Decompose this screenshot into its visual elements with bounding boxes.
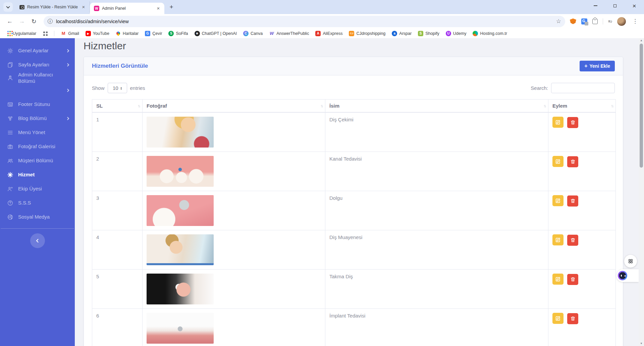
bookmark-sofifa[interactable]: SoFifa <box>168 31 188 36</box>
bookmark-gmail[interactable]: Gmail <box>61 31 79 36</box>
site-info-icon[interactable]: i <box>48 19 53 24</box>
bookmark-udemy[interactable]: Udemy <box>446 31 467 36</box>
translate-icon[interactable] <box>581 18 587 24</box>
sidebar-item-musteri-bolumu[interactable]: Müşteri Bölümü <box>0 154 75 168</box>
chevron-right-icon <box>66 117 69 120</box>
bookmark-aliexpress[interactable]: AliExpress <box>315 31 342 36</box>
sidebar-item-sss[interactable]: S.S.S <box>0 196 75 210</box>
edit-button[interactable] <box>552 117 564 128</box>
sidebar-divider <box>1 228 74 229</box>
delete-button[interactable] <box>567 274 578 285</box>
sidebar-item-footer-sutunu[interactable]: Footer Sütunu <box>0 98 75 112</box>
blog-icon <box>7 116 13 121</box>
tab-resim-yukle[interactable]: Resim Yükle - Resim Yükle - Hız × <box>15 1 90 13</box>
scroll-up-icon[interactable]: ▲ <box>640 38 643 43</box>
new-tab-button[interactable]: + <box>167 3 176 11</box>
page-length-select[interactable]: 10 ▴▾ <box>108 83 127 93</box>
page-scrollbar[interactable]: ▲ ▼ <box>639 38 644 346</box>
bookmark-cevir[interactable]: Çevir <box>145 31 162 36</box>
close-tab-icon[interactable]: × <box>156 6 161 11</box>
admin-sidebar: Genel Ayarlar Sayfa Ayarları Admin Kulla… <box>0 38 75 346</box>
arspar-icon <box>392 31 397 36</box>
search-control: Search: <box>531 83 615 93</box>
delete-button[interactable] <box>567 195 578 207</box>
bookmark-arspar[interactable]: Arspar <box>392 31 412 36</box>
sidebar-item-admin-kullanici[interactable]: Admin Kullanıcı Bölümü <box>0 72 75 98</box>
tab-admin-panel[interactable]: Admin Panel × <box>90 3 164 14</box>
reload-button[interactable]: ↻ <box>29 16 39 26</box>
bookmark-shopify[interactable]: Shopify <box>418 31 439 36</box>
add-new-button[interactable]: +Yeni Ekle <box>580 61 615 71</box>
extensions-puzzle-icon[interactable] <box>592 19 598 24</box>
assistant-robot-icon[interactable] <box>618 271 627 280</box>
cell-photo <box>143 191 325 230</box>
edit-button[interactable] <box>552 274 564 285</box>
tab-list-button[interactable] <box>3 2 13 12</box>
bookmark-cjdropshipping[interactable]: CJdropshipping <box>349 31 385 36</box>
url-text[interactable]: localhost/disci/admin/service/view <box>56 19 553 24</box>
wampserver-favicon <box>94 6 99 11</box>
minimize-button[interactable] <box>586 0 605 11</box>
sidebar-item-fotograf-galerisi[interactable]: Fotoğraf Galerisi <box>0 140 75 154</box>
metamask-icon[interactable] <box>570 18 576 24</box>
search-input[interactable] <box>551 83 615 93</box>
sidebar-item-sosyal-medya[interactable]: Sosyal Medya <box>0 210 75 224</box>
translate-icon <box>145 31 150 36</box>
bookmark-chatgpt[interactable]: ChatGPT | OpenAI <box>195 31 237 36</box>
page-content: Genel Ayarlar Sayfa Ayarları Admin Kulla… <box>0 38 644 346</box>
edit-button[interactable] <box>552 313 564 324</box>
chevron-right-icon <box>66 63 69 66</box>
column-header-fotograf[interactable]: Fotoğraf↑↓ <box>143 100 325 113</box>
bookmark-answerthepublic[interactable]: AnswerThePublic <box>269 31 309 36</box>
toolbar-separator <box>603 18 603 24</box>
bookmark-grid-folder[interactable] <box>43 31 48 36</box>
edit-button[interactable] <box>552 234 564 245</box>
profile-avatar[interactable] <box>617 17 626 26</box>
delete-button[interactable] <box>567 156 578 167</box>
edit-button[interactable] <box>552 195 564 206</box>
browser-window: Resim Yükle - Resim Yükle - Hız × Admin … <box>0 0 644 346</box>
table-row: 1 Diş Çekimi <box>92 112 616 152</box>
bookmark-apps[interactable]: Uygulamalar <box>5 31 36 36</box>
forward-button[interactable]: → <box>17 16 27 26</box>
udemy-icon <box>446 31 451 36</box>
sidebar-collapse-button[interactable] <box>30 233 45 248</box>
address-bar[interactable]: i localhost/disci/admin/service/view ☆ <box>44 16 565 27</box>
main-area: Hizmetler Hizmetleri Görüntüle +Yeni Ekl… <box>75 38 644 346</box>
edit-button[interactable] <box>552 156 564 167</box>
bookmark-hosting[interactable]: Hosting.com.tr <box>473 31 507 36</box>
bookmark-haritalar[interactable]: Haritalar <box>116 31 139 36</box>
toolbar-extensions: ≡♪ ⋮ <box>570 17 641 26</box>
bookmark-youtube[interactable]: YouTube <box>86 31 109 36</box>
bookmark-canva[interactable]: Canva <box>243 31 263 36</box>
browser-menu-icon[interactable]: ⋮ <box>631 18 639 25</box>
sidebar-item-menu-yonet[interactable]: Menü Yönet <box>0 126 75 140</box>
sidebar-item-blog-bolumu[interactable]: Blog Bölümü <box>0 112 75 126</box>
sidebar-item-sayfa-ayarlari[interactable]: Sayfa Ayarları <box>0 58 75 72</box>
column-header-isim[interactable]: İsim↑↓ <box>325 100 548 113</box>
chevron-right-icon <box>66 89 69 92</box>
delete-button[interactable] <box>567 235 578 246</box>
sidebar-item-ekip-uyesi[interactable]: Ekip Üyesi <box>0 182 75 196</box>
delete-button[interactable] <box>567 313 578 324</box>
apps-grid-icon <box>7 33 9 34</box>
bookmark-star-icon[interactable]: ☆ <box>556 18 561 25</box>
scrollbar-thumb[interactable] <box>640 44 643 168</box>
back-button[interactable]: ← <box>5 16 15 26</box>
sidebar-item-genel-ayarlar[interactable]: Genel Ayarlar <box>0 44 75 58</box>
close-tab-icon[interactable]: × <box>81 4 86 10</box>
cjdropshipping-icon <box>349 31 354 36</box>
sidebar-item-hizmet[interactable]: Hizmet <box>0 168 75 182</box>
column-header-sl[interactable]: SL↑↓ <box>92 100 143 113</box>
media-controls-icon[interactable]: ≡♪ <box>608 19 612 24</box>
service-photo <box>147 156 214 187</box>
close-button[interactable]: × <box>625 0 644 11</box>
column-header-eylem[interactable]: Eylem↑↓ <box>548 100 616 113</box>
restore-button[interactable] <box>605 0 625 11</box>
scroll-down-icon[interactable]: ▼ <box>640 341 643 346</box>
table-row: 5 Takma Diş <box>92 270 616 309</box>
service-photo <box>147 117 214 148</box>
delete-button[interactable] <box>567 117 578 128</box>
assistant-widget[interactable] <box>616 269 639 282</box>
extension-grid-button[interactable] <box>624 255 637 268</box>
